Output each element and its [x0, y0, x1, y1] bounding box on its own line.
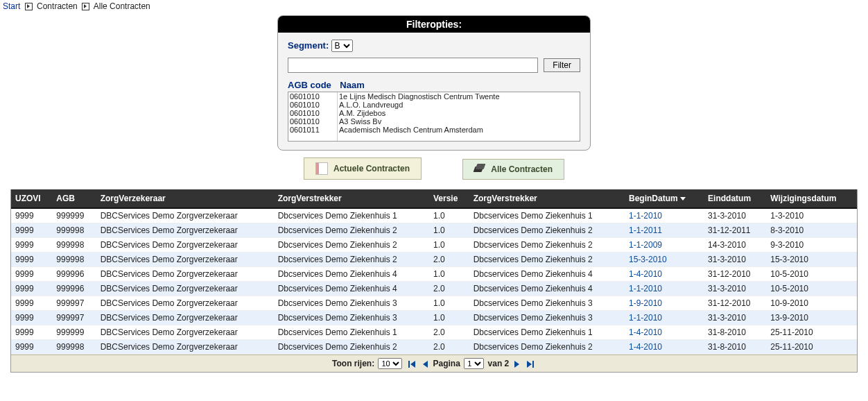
agb-list-item[interactable]: 0601010: [288, 92, 337, 101]
grid-header-cell[interactable]: Einddatum: [704, 189, 766, 208]
segment-label: Segment:: [288, 40, 329, 51]
breadcrumb-current: Alle Contracten: [94, 1, 150, 11]
rows-per-page-select[interactable]: 102050: [378, 358, 402, 369]
agb-list-item[interactable]: 0601010: [288, 117, 337, 126]
table-cell: 25-11-2010: [766, 340, 857, 355]
table-row[interactable]: 9999999998DBCServices Demo Zorgverzekera…: [11, 253, 857, 267]
table-row[interactable]: 9999999999DBCServices Demo Zorgverzekera…: [11, 208, 857, 223]
table-cell: 9999: [11, 325, 52, 340]
table-cell: 999998: [52, 253, 96, 267]
pager-first-icon[interactable]: [407, 359, 417, 368]
table-cell: DBCServices Demo Zorgverzekeraar: [96, 223, 274, 238]
naam-list-item[interactable]: A3 Swiss Bv: [338, 117, 580, 126]
naam-list-item[interactable]: Academisch Medisch Centrum Amsterdam: [338, 126, 580, 134]
table-cell: 999998: [52, 238, 96, 253]
table-cell: 999998: [52, 340, 96, 355]
table-cell: Dbcservices Demo Ziekenhuis 1: [469, 325, 625, 340]
table-cell: 31-8-2010: [704, 325, 766, 340]
pager-last-icon[interactable]: [526, 359, 535, 368]
pager-bar: Toon rijen: 102050 Pagina 12 van 2: [11, 355, 857, 372]
table-row[interactable]: 9999999996DBCServices Demo Zorgverzekera…: [11, 282, 857, 296]
pager-next-icon[interactable]: [512, 359, 522, 368]
table-cell: 14-3-2010: [704, 238, 766, 253]
agb-list-item[interactable]: 0601011: [288, 126, 337, 134]
table-cell: Dbcservices Demo Ziekenhuis 4: [274, 282, 429, 296]
segment-select[interactable]: ABC: [331, 40, 353, 52]
agb-list-item[interactable]: 0601010: [288, 101, 337, 109]
grid-header-cell[interactable]: AGB: [52, 189, 96, 208]
table-cell: Dbcservices Demo Ziekenhuis 2: [274, 238, 429, 253]
filter-text-input[interactable]: [288, 58, 538, 73]
table-cell: 15-3-2010: [766, 253, 857, 267]
table-cell: 9999: [11, 282, 52, 296]
table-cell: 999996: [52, 282, 96, 296]
table-cell: 25-11-2010: [766, 325, 857, 340]
table-row[interactable]: 9999999997DBCServices Demo Zorgverzekera…: [11, 296, 857, 311]
table-cell: 2.0: [429, 325, 469, 340]
table-cell: 2.0: [429, 340, 469, 355]
naam-list-item[interactable]: A.L.O. Landvreugd: [338, 101, 580, 109]
table-cell: 999999: [52, 208, 96, 223]
naam-label: Naam: [340, 80, 364, 90]
pager-prev-icon[interactable]: [420, 359, 430, 368]
table-cell: 1-1-2010: [625, 208, 704, 223]
agb-code-list[interactable]: 06010100601010060101006010100601011: [288, 92, 338, 141]
table-cell: 10-9-2010: [766, 296, 857, 311]
page-select[interactable]: 12: [464, 358, 484, 369]
table-cell: 9999: [11, 208, 52, 223]
table-cell: 13-9-2010: [766, 311, 857, 325]
actuele-contracten-button[interactable]: Actuele Contracten: [304, 157, 422, 180]
table-cell: 31-12-2011: [704, 223, 766, 238]
naam-list-item[interactable]: 1e Lijns Medisch Diagnostisch Centrum Tw…: [338, 92, 580, 101]
table-row[interactable]: 9999999999DBCServices Demo Zorgverzekera…: [11, 325, 857, 340]
filter-button[interactable]: Filter: [544, 58, 580, 72]
van-label: van: [488, 359, 503, 368]
table-cell: Dbcservices Demo Ziekenhuis 2: [274, 340, 429, 355]
alle-label: Alle Contracten: [491, 164, 553, 174]
table-cell: 9999: [11, 340, 52, 355]
grid-header-cell[interactable]: BeginDatum: [625, 189, 704, 208]
grid-header-cell[interactable]: Versie: [429, 189, 469, 208]
naam-list-item[interactable]: A.M. Zijdebos: [338, 109, 580, 117]
table-cell: 1.0: [429, 311, 469, 325]
table-cell: 31-12-2010: [704, 296, 766, 311]
table-row[interactable]: 9999999998DBCServices Demo Zorgverzekera…: [11, 223, 857, 238]
svg-marker-2: [423, 361, 428, 368]
breadcrumb-start-link[interactable]: Start: [3, 1, 20, 11]
alle-contracten-button[interactable]: Alle Contracten: [462, 159, 564, 180]
table-row[interactable]: 9999999998DBCServices Demo Zorgverzekera…: [11, 340, 857, 355]
table-cell: DBCServices Demo Zorgverzekeraar: [96, 267, 274, 282]
naam-list[interactable]: 1e Lijns Medisch Diagnostisch Centrum Tw…: [338, 92, 580, 141]
breadcrumb: Start Contracten Alle Contracten: [0, 0, 868, 15]
table-cell: 31-3-2010: [704, 282, 766, 296]
table-cell: 1-3-2010: [766, 208, 857, 223]
grid-header-cell[interactable]: ZorgVerstrekker: [469, 189, 625, 208]
table-cell: 1.0: [429, 267, 469, 282]
table-cell: 1-1-2010: [625, 282, 704, 296]
table-cell: 1-4-2010: [625, 340, 704, 355]
table-cell: DBCServices Demo Zorgverzekeraar: [96, 340, 274, 355]
table-cell: DBCServices Demo Zorgverzekeraar: [96, 238, 274, 253]
table-cell: DBCServices Demo Zorgverzekeraar: [96, 282, 274, 296]
grid-header-cell[interactable]: ZorgVerzekeraar: [96, 189, 274, 208]
table-cell: 1.0: [429, 296, 469, 311]
grid-header-cell[interactable]: UZOVI: [11, 189, 52, 208]
agb-list-item[interactable]: 0601010: [288, 109, 337, 117]
breadcrumb-sep-icon: [25, 3, 33, 10]
svg-marker-1: [410, 361, 415, 368]
table-cell: 1-1-2011: [625, 223, 704, 238]
svg-rect-0: [408, 361, 410, 368]
grid-header-cell[interactable]: ZorgVerstrekker: [274, 189, 429, 208]
table-row[interactable]: 9999999996DBCServices Demo Zorgverzekera…: [11, 267, 857, 282]
breadcrumb-level1: Contracten: [37, 1, 78, 11]
table-row[interactable]: 9999999997DBCServices Demo Zorgverzekera…: [11, 311, 857, 325]
table-cell: 31-12-2010: [704, 267, 766, 282]
table-cell: Dbcservices Demo Ziekenhuis 1: [469, 208, 625, 223]
table-cell: Dbcservices Demo Ziekenhuis 1: [274, 208, 429, 223]
filter-title: Filteropties:: [278, 16, 590, 33]
table-row[interactable]: 9999999998DBCServices Demo Zorgverzekera…: [11, 238, 857, 253]
table-cell: 999997: [52, 311, 96, 325]
grid-header-cell[interactable]: Wijzigingsdatum: [766, 189, 857, 208]
svg-marker-3: [514, 361, 519, 368]
table-cell: 1-4-2010: [625, 325, 704, 340]
